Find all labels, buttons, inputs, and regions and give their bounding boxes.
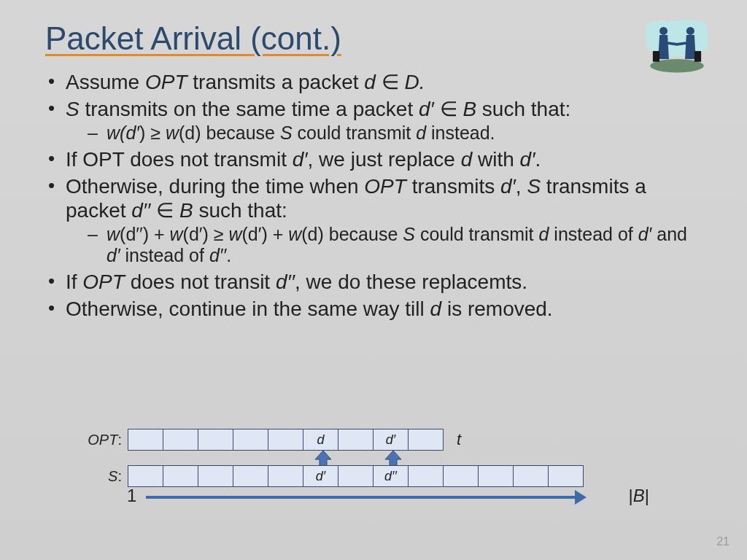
t-label: t bbox=[457, 430, 461, 449]
right-arrow-icon bbox=[146, 496, 576, 499]
bullet-4: Otherwise, during the time when OPT tran… bbox=[45, 174, 703, 267]
opt-label: OPT: bbox=[88, 432, 128, 448]
slide-body: Packet Arrival (cont.) Assume OPT transm… bbox=[0, 0, 747, 560]
s-cell-dp: d′ bbox=[303, 465, 338, 487]
opt-cell-dp: d′ bbox=[374, 429, 409, 451]
svg-rect-2 bbox=[653, 51, 659, 62]
svg-point-3 bbox=[686, 27, 694, 35]
handshake-icon bbox=[643, 18, 711, 77]
opt-row: OPT: d d′ t bbox=[88, 429, 657, 451]
s-label: S: bbox=[88, 468, 128, 485]
bullet-list: Assume OPT transmits a packet d ∈ D. S t… bbox=[45, 70, 703, 321]
s-cell-dpp: d′′ bbox=[374, 465, 409, 487]
axis-end: |B| bbox=[629, 486, 649, 506]
svg-point-1 bbox=[659, 27, 667, 35]
bullet-1: Assume OPT transmits a packet d ∈ D. bbox=[45, 70, 703, 94]
bullet-3: If OPT does not transmit d′, we just rep… bbox=[45, 147, 703, 171]
bullet-5: If OPT does not transit d′′, we do these… bbox=[45, 270, 703, 294]
page-number: 21 bbox=[716, 535, 729, 548]
svg-rect-4 bbox=[694, 51, 701, 62]
bullet-6: Otherwise, continue in the same way till… bbox=[45, 297, 703, 321]
buffer-diagram: OPT: d d′ t S: d′ d′′ bbox=[88, 429, 657, 508]
slide-title: Packet Arrival (cont.) bbox=[45, 20, 703, 57]
s-cells: d′ d′′ bbox=[128, 465, 584, 487]
axis-start: 1 bbox=[127, 486, 136, 506]
bullet-2-sub: w(d′) ≥ w(d) because S could transmit d … bbox=[88, 122, 703, 144]
s-row: S: d′ d′′ bbox=[88, 465, 657, 487]
opt-cell-d: d bbox=[303, 429, 338, 451]
opt-cells: d d′ bbox=[128, 429, 444, 451]
axis-row: 1 |B| bbox=[88, 489, 657, 508]
bullet-4-sub: w(d′′) + w(d′) ≥ w(d′) + w(d) because S … bbox=[88, 224, 703, 267]
bullet-2: S transmits on the same time a packet d′… bbox=[45, 97, 703, 144]
